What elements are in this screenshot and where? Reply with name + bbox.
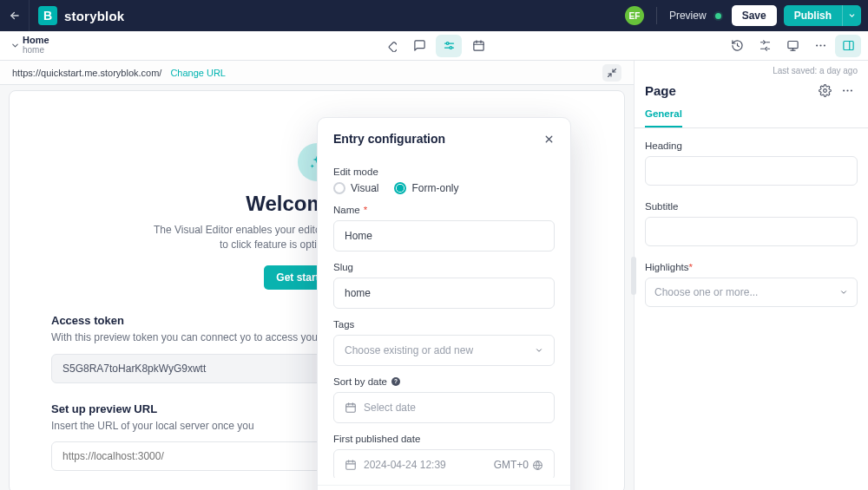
- back-button[interactable]: [0, 0, 30, 31]
- svg-rect-33: [346, 461, 356, 469]
- globe-icon: [532, 460, 543, 471]
- sidepanel-settings-icon[interactable]: [814, 81, 835, 100]
- svg-rect-5: [473, 42, 483, 50]
- sortdate-label: Sort by date ?: [333, 376, 555, 387]
- firstpub-tz: GMT+0: [494, 459, 529, 471]
- tags-label: Tags: [333, 319, 555, 330]
- svg-point-2: [446, 42, 449, 45]
- schedule-tab-icon[interactable]: [465, 35, 491, 57]
- breadcrumb-slug: home: [23, 45, 49, 56]
- calendar-icon: [345, 459, 357, 471]
- radio-icon: [333, 182, 345, 194]
- brand-mark: B: [38, 6, 57, 25]
- collapse-preview-button[interactable]: [602, 64, 621, 82]
- svg-line-10: [737, 46, 739, 47]
- history-icon[interactable]: [724, 35, 750, 57]
- firstpub-value: 2024-04-24 12:39: [364, 459, 446, 471]
- device-preview-icon[interactable]: [779, 35, 806, 57]
- svg-text:?: ?: [394, 378, 398, 384]
- sidepanel-more-icon[interactable]: [837, 81, 858, 100]
- svg-point-14: [816, 44, 818, 46]
- radio-icon: [394, 182, 406, 194]
- comments-tab-icon[interactable]: [406, 35, 432, 57]
- subtitle-field-label: Subtitle: [645, 201, 858, 212]
- brand-logo[interactable]: B storyblok: [30, 6, 124, 25]
- right-side-panel: Last saved: a day ago Page General Headi…: [634, 61, 868, 490]
- svg-rect-29: [346, 404, 356, 412]
- sortdate-input[interactable]: Select date: [333, 392, 555, 423]
- firstpub-input[interactable]: 2024-04-24 12:39 GMT+0: [333, 449, 555, 478]
- side-panel-toggle-icon[interactable]: [835, 35, 861, 57]
- svg-point-24: [850, 89, 852, 91]
- brand-name: storyblok: [64, 9, 124, 23]
- change-url-link[interactable]: Change URL: [170, 68, 226, 78]
- last-saved-label: Last saved: a day ago: [635, 61, 868, 75]
- publish-dropdown-button[interactable]: [842, 5, 861, 26]
- heading-input[interactable]: [645, 156, 858, 186]
- entry-config-tab-icon[interactable]: [436, 35, 462, 57]
- entry-configuration-modal: Entry configuration Edit mode Visual For…: [317, 117, 571, 490]
- svg-point-21: [823, 88, 826, 92]
- svg-rect-17: [843, 42, 852, 50]
- save-button[interactable]: Save: [732, 5, 777, 26]
- preview-url-text: https://quickstart.me.storyblok.com/: [12, 68, 161, 78]
- svg-point-15: [819, 44, 821, 46]
- tags-select[interactable]: Choose existing or add new: [333, 335, 555, 366]
- highlights-field-label: Highlights*: [645, 262, 858, 272]
- editmode-formonly-label: Form-only: [411, 182, 458, 194]
- design-tab-icon[interactable]: [377, 35, 403, 57]
- slug-input[interactable]: [333, 278, 555, 309]
- tab-general[interactable]: General: [645, 108, 682, 127]
- slug-label: Slug: [333, 262, 555, 272]
- chevron-down-icon: [839, 288, 848, 297]
- chevron-down-icon: [535, 346, 543, 355]
- breadcrumb-title: Home: [23, 36, 49, 45]
- help-icon[interactable]: ?: [391, 376, 401, 387]
- resize-handle[interactable]: [631, 257, 636, 295]
- publish-button[interactable]: Publish: [784, 5, 842, 26]
- svg-rect-11: [787, 42, 797, 49]
- svg-point-4: [450, 47, 452, 49]
- more-menu-icon[interactable]: [807, 35, 833, 57]
- name-input[interactable]: [333, 220, 555, 252]
- svg-rect-0: [388, 42, 396, 52]
- editmode-visual-label: Visual: [351, 182, 378, 194]
- highlights-placeholder: Choose one or more...: [654, 286, 758, 298]
- subtitle-input[interactable]: [645, 217, 858, 246]
- firstpub-label: First published date: [333, 434, 555, 444]
- highlights-select[interactable]: Choose one or more...: [645, 278, 858, 307]
- workflows-icon[interactable]: [752, 35, 778, 57]
- svg-point-22: [843, 89, 845, 91]
- heading-field-label: Heading: [645, 140, 858, 151]
- calendar-icon: [345, 402, 357, 414]
- sidepanel-title: Page: [645, 83, 676, 98]
- breadcrumb[interactable]: Home home: [0, 36, 49, 56]
- preview-button[interactable]: Preview: [664, 10, 712, 22]
- chevron-down-icon: [7, 41, 23, 50]
- editmode-label: Edit mode: [333, 167, 555, 177]
- modal-close-button[interactable]: [543, 134, 555, 145]
- divider: [656, 7, 657, 24]
- svg-point-23: [846, 89, 848, 91]
- name-label: Name *: [333, 205, 555, 215]
- editmode-formonly-radio[interactable]: Form-only: [394, 182, 458, 194]
- publish-status-indicator: [715, 13, 721, 19]
- tags-placeholder: Choose existing or add new: [345, 344, 473, 356]
- svg-point-16: [823, 44, 825, 46]
- editmode-visual-radio[interactable]: Visual: [333, 182, 378, 194]
- modal-title: Entry configuration: [333, 132, 445, 146]
- user-avatar[interactable]: EF: [625, 6, 644, 25]
- sortdate-placeholder: Select date: [364, 402, 416, 414]
